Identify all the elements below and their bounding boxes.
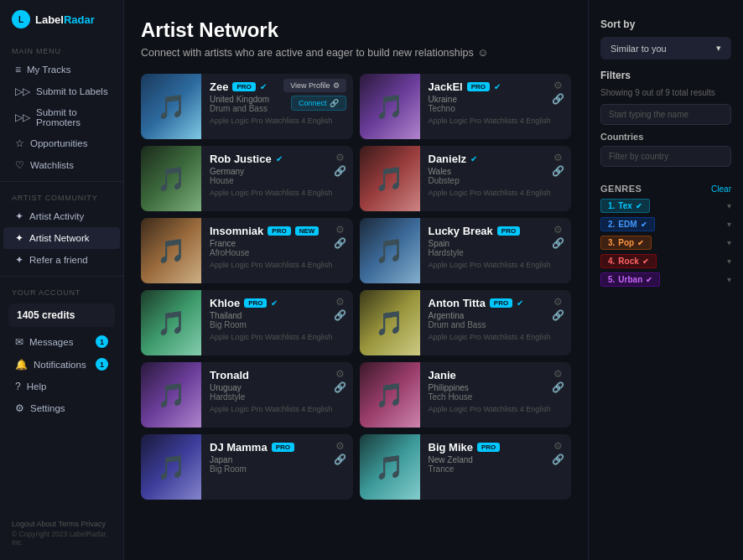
sidebar-item-submit-labels[interactable]: ▷▷ Submit to Labels <box>3 80 120 102</box>
country-filter-input[interactable] <box>600 146 731 167</box>
artist-genre: Trance <box>429 464 564 474</box>
artist-card: 🎵 Zee PRO ✔ United Kingdom Drum and Bass… <box>141 74 353 139</box>
gear-icon[interactable]: ⚙ <box>335 225 345 235</box>
sidebar-item-notifications[interactable]: 🔔 Notifications 1 <box>3 353 120 376</box>
sidebar-item-messages[interactable]: ✉ Messages 1 <box>3 330 120 353</box>
genre-tag[interactable]: 5. Urban ✔ <box>600 272 660 287</box>
sidebar-item-label: Artist Network <box>29 233 90 243</box>
sidebar-item-help[interactable]: ? Help <box>3 376 120 397</box>
gear-icon[interactable]: ⚙ <box>335 369 345 379</box>
link-icon[interactable]: 🔗 <box>334 238 346 248</box>
gear-icon[interactable]: ⚙ <box>553 153 563 163</box>
artist-card: 🎵 Janie Philippines Tech House Apple Log… <box>360 362 572 428</box>
main-content: Artist Network Connect with artists who … <box>124 0 743 560</box>
link-icon[interactable]: 🔗 <box>552 382 564 392</box>
link-icon[interactable]: 🔗 <box>552 238 564 248</box>
genre-tag[interactable]: 2. EDM ✔ <box>600 217 655 231</box>
credits-value: 1405 credits <box>17 309 107 321</box>
chevron-down-icon[interactable]: ▾ <box>727 238 731 247</box>
genre-name: EDM <box>618 220 636 229</box>
card-actions: ⚙ 🔗 <box>334 225 346 248</box>
sidebar-item-label: Opportunities <box>30 138 87 148</box>
gear-icon[interactable]: ⚙ <box>553 80 563 91</box>
sidebar-item-settings[interactable]: ⚙ Settings <box>3 397 120 419</box>
gear-icon[interactable]: ⚙ <box>335 441 345 451</box>
gear-icon[interactable]: ⚙ <box>335 153 345 163</box>
gear-icon[interactable]: ⚙ <box>553 441 563 451</box>
card-actions: ⚙ 🔗 <box>334 369 346 392</box>
sidebar-item-refer-friend[interactable]: ✦ Refer a friend <box>3 249 120 271</box>
refer-icon: ✦ <box>15 254 23 266</box>
name-filter-input[interactable] <box>600 104 731 125</box>
gear-icon[interactable]: ⚙ <box>335 297 345 307</box>
artist-genre: Dubstep <box>429 176 564 185</box>
sidebar-footer: Logout About Terms Privacy © Copyright 2… <box>0 513 123 550</box>
sidebar-item-artist-activity[interactable]: ✦ Artist Activity <box>3 205 120 227</box>
network-icon: ✦ <box>15 232 23 244</box>
artist-genre: House <box>210 176 345 185</box>
badge-pro: PRO <box>232 82 255 91</box>
link-icon[interactable]: 🔗 <box>552 94 564 104</box>
genre-tag[interactable]: 4. Rock ✔ <box>600 254 657 268</box>
genres-title: GENRES <box>600 184 642 194</box>
link-icon[interactable]: 🔗 <box>334 310 346 320</box>
gear-icon[interactable]: ⚙ <box>553 225 563 235</box>
sidebar-item-submit-promoters[interactable]: ▷▷ Submit to Promoters <box>3 102 120 132</box>
genre-tag[interactable]: 1. Tex ✔ <box>600 199 650 213</box>
artist-meta: Apple Logic Pro Watchlists 4 English <box>429 261 564 269</box>
community-menu-label: Artist Community <box>0 187 123 205</box>
genre-tag[interactable]: 3. Pop ✔ <box>600 236 652 250</box>
genres-header: GENRES Clear <box>600 184 731 194</box>
badge-pro: PRO <box>467 82 490 91</box>
artist-meta: Apple Logic Pro Watchlists 4 English <box>210 405 345 413</box>
link-icon[interactable]: 🔗 <box>552 310 564 320</box>
chevron-down-icon[interactable]: ▾ <box>727 201 731 210</box>
link-icon[interactable]: 🔗 <box>334 382 346 392</box>
artist-country: Spain <box>429 239 564 248</box>
view-profile-button[interactable]: View Profile ⚙ <box>283 79 346 92</box>
sidebar-item-opportunities[interactable]: ☆ Opportunities <box>3 132 120 154</box>
link-icon[interactable]: 🔗 <box>552 454 564 464</box>
clear-genres-button[interactable]: Clear <box>711 184 731 194</box>
notifications-badge: 1 <box>96 358 108 371</box>
artist-meta: Apple Logic Pro Watchlists 4 English <box>429 189 564 197</box>
artist-card-body: Danielz ✔ Wales Dubstep Apple Logic Pro … <box>420 146 572 211</box>
link-icon[interactable]: 🔗 <box>334 454 346 464</box>
artist-image: 🎵 <box>360 146 420 211</box>
connect-button[interactable]: Connect 🔗 <box>291 96 346 111</box>
link-icon[interactable]: 🔗 <box>552 166 564 176</box>
settings-icon: ⚙ <box>15 402 24 414</box>
artist-card: 🎵 Insomniak PRONEW France AfroHouse Appl… <box>141 218 353 283</box>
gear-icon[interactable]: ⚙ <box>553 297 563 307</box>
verified-icon: ✔ <box>276 154 283 163</box>
sidebar-item-my-tracks[interactable]: ≡ My Tracks <box>3 59 120 80</box>
sidebar-item-label: Notifications <box>34 360 86 370</box>
badge-pro: PRO <box>272 443 294 452</box>
artist-avatar: 🎵 <box>360 434 420 500</box>
genre-number: 1. <box>608 201 615 210</box>
chevron-down-icon[interactable]: ▾ <box>727 275 731 284</box>
chevron-down-icon[interactable]: ▾ <box>727 257 731 266</box>
account-menu-label: Your Account <box>0 282 123 300</box>
artist-card-body: Lucky Break PRO Spain Hardstyle Apple Lo… <box>420 218 572 283</box>
artist-card-body: JackEl PRO ✔ Ukraine Techno Apple Logic … <box>420 74 572 139</box>
sort-button[interactable]: Similar to you ▾ <box>600 37 731 60</box>
connect-label: Connect <box>299 99 327 107</box>
gear-icon[interactable]: ⚙ <box>553 369 563 379</box>
artist-name: Khloe <box>210 297 240 309</box>
genre-name: Rock <box>618 257 638 266</box>
genre-row: 1. Tex ✔ ▾ <box>600 199 731 213</box>
tracks-icon: ≡ <box>15 64 21 75</box>
link-icon[interactable]: 🔗 <box>334 166 346 176</box>
sidebar-item-artist-network[interactable]: ✦ Artist Network <box>3 227 120 249</box>
footer-copy: © Copyright 2023 LabelRadar, Inc. <box>12 530 112 547</box>
sidebar-item-watchlists[interactable]: ♡ Watchlists <box>3 154 120 176</box>
page-title: Artist Network <box>141 18 571 42</box>
artist-country: Thailand <box>210 311 345 320</box>
verified-icon: ✔ <box>494 82 501 91</box>
page-subtitle: Connect with artists who are active and … <box>141 47 571 59</box>
chevron-down-icon[interactable]: ▾ <box>727 220 731 229</box>
sidebar-item-label: Messages <box>29 337 73 347</box>
artist-card: 🎵 DJ Mamma PRO Japan Big Room ⚙ 🔗 <box>141 434 353 500</box>
logo-icon: L <box>12 10 30 29</box>
